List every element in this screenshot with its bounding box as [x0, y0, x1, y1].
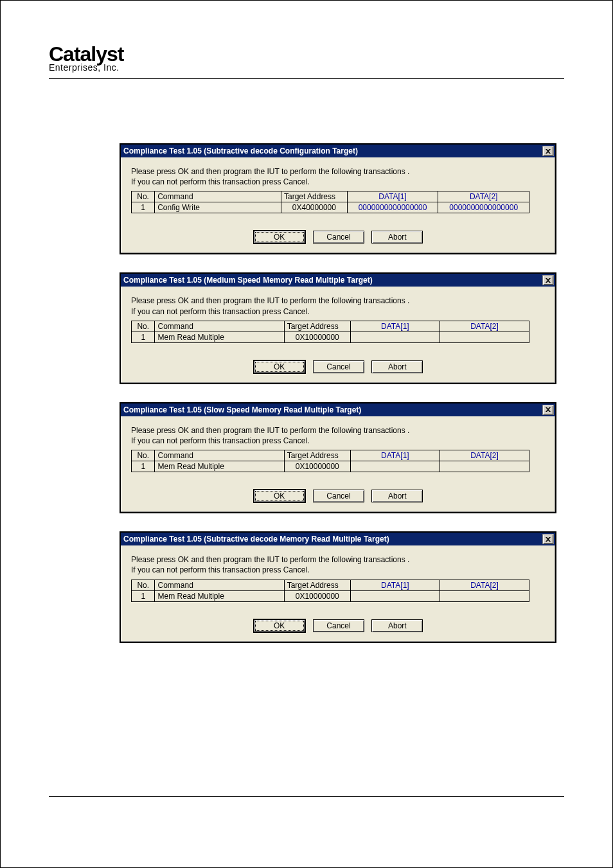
table-header-row: No. Command Target Address DATA[1] DATA[… — [132, 450, 529, 461]
cell-target: 0X10000000 — [284, 590, 350, 601]
cancel-button[interactable]: Cancel — [313, 619, 364, 632]
instruction-text: Please press OK and then program the IUT… — [131, 425, 545, 446]
cell-data2: 0000000000000000 — [438, 202, 529, 213]
close-button[interactable] — [542, 146, 554, 156]
header-data1: DATA[1] — [350, 450, 440, 461]
titlebar: Compliance Test 1.05 (Subtractive decode… — [121, 533, 555, 545]
close-button[interactable] — [542, 275, 554, 285]
abort-button[interactable]: Abort — [371, 360, 423, 373]
cell-no: 1 — [132, 332, 155, 342]
cell-target: 0X10000000 — [284, 461, 350, 472]
instruction-line2: If you can not perform this transaction … — [131, 565, 309, 574]
instruction-text: Please press OK and then program the IUT… — [131, 554, 545, 575]
logo-sub-text: Enterprises, Inc. — [49, 63, 564, 72]
titlebar: Compliance Test 1.05 (Subtractive decode… — [121, 145, 555, 157]
cell-no: 1 — [132, 461, 155, 472]
cancel-button[interactable]: Cancel — [313, 231, 364, 244]
page-content: Catalyst Enterprises, Inc. Compliance Te… — [49, 44, 564, 661]
dialog-compliance-4: Compliance Test 1.05 (Subtractive decode… — [120, 531, 556, 642]
cell-data2 — [440, 461, 529, 472]
transaction-table: No. Command Target Address DATA[1] DATA[… — [131, 450, 529, 472]
dialog-compliance-2: Compliance Test 1.05 (Medium Speed Memor… — [120, 272, 556, 384]
instruction-line1: Please press OK and then program the IUT… — [131, 426, 409, 435]
transaction-table: No. Command Target Address DATA[1] DATA[… — [131, 191, 529, 213]
dialog-title: Compliance Test 1.05 (Slow Speed Memory … — [123, 405, 542, 414]
instruction-line1: Please press OK and then program the IUT… — [131, 296, 409, 305]
table-row: 1 Mem Read Multiple 0X10000000 — [132, 590, 529, 601]
dialog-compliance-1: Compliance Test 1.05 (Subtractive decode… — [120, 143, 556, 254]
header-command: Command — [155, 450, 284, 461]
close-icon — [546, 149, 551, 154]
header-data1: DATA[1] — [350, 321, 440, 332]
dialogs-container: Compliance Test 1.05 (Subtractive decode… — [120, 143, 556, 643]
header-no: No. — [132, 450, 155, 461]
header-data2: DATA[2] — [440, 321, 529, 332]
header-command: Command — [155, 580, 284, 590]
instruction-text: Please press OK and then program the IUT… — [131, 166, 545, 187]
cell-command: Config Write — [155, 202, 281, 213]
header-data1: DATA[1] — [347, 191, 438, 202]
titlebar: Compliance Test 1.05 (Medium Speed Memor… — [121, 274, 555, 287]
dialog-title: Compliance Test 1.05 (Subtractive decode… — [123, 146, 542, 155]
close-icon — [546, 278, 551, 283]
button-row: OK Cancel Abort — [131, 230, 545, 244]
header-no: No. — [132, 580, 155, 590]
cell-data1 — [350, 332, 440, 342]
instruction-line2: If you can not perform this transaction … — [131, 436, 309, 445]
header-no: No. — [132, 321, 155, 332]
cell-target: 0X10000000 — [284, 332, 350, 342]
abort-button[interactable]: Abort — [371, 231, 423, 244]
page: Catalyst Enterprises, Inc. Compliance Te… — [0, 0, 613, 868]
header-data2: DATA[2] — [440, 580, 529, 590]
button-row: OK Cancel Abort — [131, 619, 545, 633]
header-target: Target Address — [284, 450, 350, 461]
logo-divider — [49, 78, 564, 79]
abort-button[interactable]: Abort — [371, 490, 423, 502]
instruction-line2: If you can not perform this transaction … — [131, 307, 309, 316]
header-command: Command — [155, 321, 284, 332]
cell-command: Mem Read Multiple — [155, 332, 284, 342]
cell-no: 1 — [132, 202, 155, 213]
instruction-line1: Please press OK and then program the IUT… — [131, 555, 409, 564]
cancel-button[interactable]: Cancel — [313, 360, 364, 373]
table-header-row: No. Command Target Address DATA[1] DATA[… — [132, 191, 529, 202]
close-button[interactable] — [542, 405, 554, 415]
instruction-line2: If you can not perform this transaction … — [131, 177, 309, 186]
dialog-compliance-3: Compliance Test 1.05 (Slow Speed Memory … — [120, 402, 556, 513]
abort-button[interactable]: Abort — [371, 619, 423, 632]
dialog-body: Please press OK and then program the IUT… — [121, 157, 555, 253]
header-target: Target Address — [284, 580, 350, 590]
cell-data1: 0000000000000000 — [347, 202, 438, 213]
ok-button[interactable]: OK — [253, 619, 306, 633]
header-data2: DATA[2] — [438, 191, 529, 202]
table-header-row: No. Command Target Address DATA[1] DATA[… — [132, 580, 529, 590]
company-logo: Catalyst Enterprises, Inc. — [49, 44, 564, 79]
cancel-button[interactable]: Cancel — [313, 490, 364, 502]
dialog-body: Please press OK and then program the IUT… — [121, 287, 555, 382]
button-row: OK Cancel Abort — [131, 489, 545, 503]
cell-data2 — [440, 590, 529, 601]
instruction-text: Please press OK and then program the IUT… — [131, 296, 545, 316]
button-row: OK Cancel Abort — [131, 360, 545, 374]
cell-data1 — [350, 461, 440, 472]
cell-data1 — [350, 590, 440, 601]
ok-button[interactable]: OK — [253, 360, 306, 374]
cell-command: Mem Read Multiple — [155, 461, 284, 472]
table-row: 1 Mem Read Multiple 0X10000000 — [132, 332, 529, 342]
header-command: Command — [155, 191, 281, 202]
table-row: 1 Config Write 0X40000000 00000000000000… — [132, 202, 529, 213]
table-header-row: No. Command Target Address DATA[1] DATA[… — [132, 321, 529, 332]
dialog-title: Compliance Test 1.05 (Medium Speed Memor… — [123, 276, 542, 285]
close-icon — [546, 537, 551, 542]
dialog-body: Please press OK and then program the IUT… — [121, 545, 555, 641]
transaction-table: No. Command Target Address DATA[1] DATA[… — [131, 321, 529, 343]
ok-button[interactable]: OK — [253, 489, 306, 503]
header-data1: DATA[1] — [350, 580, 440, 590]
header-data2: DATA[2] — [440, 450, 529, 461]
ok-button[interactable]: OK — [253, 230, 306, 244]
header-no: No. — [132, 191, 155, 202]
header-target: Target Address — [281, 191, 348, 202]
titlebar: Compliance Test 1.05 (Slow Speed Memory … — [121, 403, 555, 416]
instruction-line1: Please press OK and then program the IUT… — [131, 167, 409, 176]
close-button[interactable] — [542, 534, 554, 544]
